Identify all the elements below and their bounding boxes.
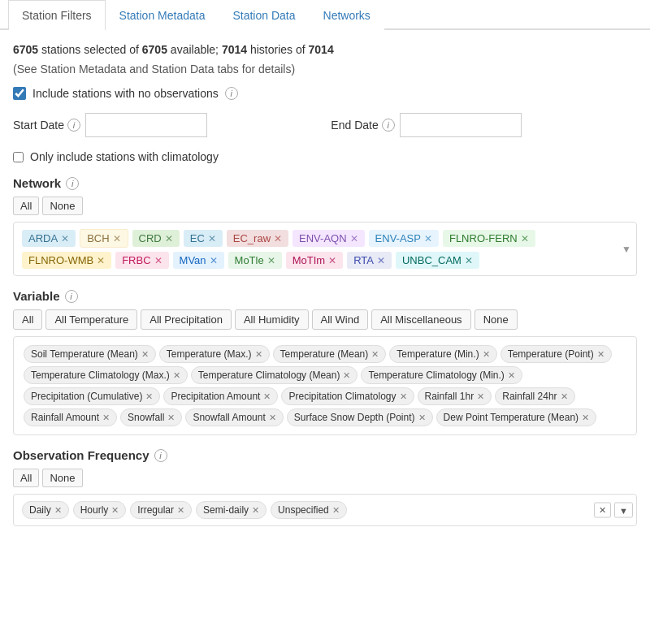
freq-scroll-button[interactable]: ▼ <box>614 503 633 518</box>
variable-preset-row: AllAll TemperatureAll PrecipitationAll H… <box>13 309 637 330</box>
network-tag-label-bch: BCH <box>87 232 109 244</box>
variable-tag-remove-temperature--mean-[interactable]: ✕ <box>371 349 379 360</box>
variable-preset-all-wind[interactable]: All Wind <box>312 309 369 330</box>
only-climatology-row: Only include stations with climatology <box>13 150 637 163</box>
end-date-info-icon: i <box>382 119 395 132</box>
variable-preset-all-misc[interactable]: All Miscellaneous <box>371 309 470 330</box>
network-tag-env-aqn: ENV-AQN ✕ <box>292 230 365 247</box>
network-none-button[interactable]: None <box>42 197 82 215</box>
freq-tag-remove-semi-daily[interactable]: ✕ <box>252 505 259 516</box>
start-date-label: Start Date i <box>13 119 80 132</box>
network-tag-label-env-aqn: ENV-AQN <box>299 232 347 244</box>
variable-tag-remove-rainfall-24hr[interactable]: ✕ <box>561 391 568 402</box>
main-content: 6705 stations selected of 6705 available… <box>0 30 650 549</box>
variable-tag-remove-soil-temperature--mean-[interactable]: ✕ <box>141 349 149 360</box>
obs-frequency-tags-box: Daily ✕Hourly ✕Irregular ✕Semi-daily ✕Un… <box>13 494 637 526</box>
network-tag-remove-motle[interactable]: ✕ <box>267 256 275 266</box>
variable-tag-remove-temperature--point-[interactable]: ✕ <box>597 349 604 360</box>
obs-frequency-all-button[interactable]: All <box>13 469 39 487</box>
variable-tag-label-dew-point-temperature--mean-: Dew Point Temperature (Mean) <box>444 412 579 423</box>
network-tag-remove-mvan[interactable]: ✕ <box>210 256 218 266</box>
end-date-input[interactable] <box>400 113 522 137</box>
tab-station-filters[interactable]: Station Filters <box>8 0 106 30</box>
summary-text-3: histories of <box>250 43 309 56</box>
variable-tag-rainfall-1hr: Rainfall 1hr ✕ <box>418 387 492 405</box>
network-tag-remove-ec[interactable]: ✕ <box>208 234 216 244</box>
variable-tag-remove-temperature--max--[interactable]: ✕ <box>255 349 262 360</box>
selected-count: 6705 <box>13 43 38 56</box>
variable-tag-remove-precipitation--cumulative-[interactable]: ✕ <box>145 391 153 402</box>
variable-tag-remove-temperature--min--[interactable]: ✕ <box>483 349 490 360</box>
network-tag-remove-unbc-cam[interactable]: ✕ <box>465 256 473 266</box>
network-tag-remove-crd[interactable]: ✕ <box>165 234 173 244</box>
freq-tag-label-hourly: Hourly <box>80 504 109 516</box>
variable-tag-remove-temperature-climatology--max--[interactable]: ✕ <box>173 370 180 381</box>
variable-preset-all[interactable]: All <box>13 309 42 330</box>
freq-tag-label-semi-daily: Semi-daily <box>203 504 249 516</box>
variable-tag-remove-snowfall[interactable]: ✕ <box>167 413 175 423</box>
variable-tag-remove-rainfall-1hr[interactable]: ✕ <box>477 391 484 402</box>
network-tag-label-motlm: MoTIm <box>292 254 325 266</box>
network-tag-env-asp: ENV-ASP ✕ <box>369 230 439 247</box>
network-tag-remove-env-asp[interactable]: ✕ <box>424 234 432 244</box>
obs-frequency-section-label: Observation Frequency i <box>13 448 637 462</box>
end-date-text: End Date <box>331 119 378 132</box>
variable-tag-label-rainfall-24hr: Rainfall 24hr <box>502 391 557 402</box>
start-date-group: Start Date i <box>13 113 207 137</box>
freq-tag-remove-irregular[interactable]: ✕ <box>177 505 184 516</box>
end-date-group: End Date i <box>331 113 521 137</box>
network-tag-remove-ec-raw[interactable]: ✕ <box>274 234 282 244</box>
freq-tag-unspecified: Unspecified ✕ <box>271 501 347 519</box>
variable-preset-all-temp[interactable]: All Temperature <box>46 309 137 330</box>
variable-tag-surface-snow-depth--point-: Surface Snow Depth (Point) ✕ <box>287 408 433 426</box>
tab-networks[interactable]: Networks <box>310 0 384 30</box>
variable-tag-remove-surface-snow-depth--point-[interactable]: ✕ <box>418 413 426 423</box>
variable-tag-remove-precipitation-amount[interactable]: ✕ <box>263 391 271 402</box>
variable-preset-all-precip[interactable]: All Precipitation <box>141 309 232 330</box>
network-tag-bch: BCH ✕ <box>80 229 128 248</box>
network-tag-crd: CRD ✕ <box>132 230 180 247</box>
freq-tag-semi-daily: Semi-daily ✕ <box>196 501 266 519</box>
network-tag-remove-flnro-wmb[interactable]: ✕ <box>97 256 105 266</box>
only-climatology-label: Only include stations with climatology <box>30 150 219 163</box>
variable-tag-remove-temperature-climatology--mean-[interactable]: ✕ <box>343 370 350 381</box>
freq-tag-remove-unspecified[interactable]: ✕ <box>332 505 340 516</box>
tab-station-metadata[interactable]: Station Metadata <box>106 0 219 30</box>
variable-tag-remove-rainfall-amount[interactable]: ✕ <box>102 413 110 423</box>
variable-tag-remove-dew-point-temperature--mean-[interactable]: ✕ <box>582 413 589 423</box>
network-tag-remove-bch[interactable]: ✕ <box>113 234 121 244</box>
freq-clear-button[interactable]: ✕ <box>594 503 611 518</box>
include-no-obs-checkbox[interactable] <box>13 87 26 100</box>
freq-tag-remove-daily[interactable]: ✕ <box>54 505 62 516</box>
network-tag-arda: ARDA ✕ <box>22 230 76 247</box>
variable-preset-all-humidity[interactable]: All Humidity <box>235 309 309 330</box>
variable-tag-remove-snowfall-amount[interactable]: ✕ <box>269 413 276 423</box>
network-tag-remove-frbc[interactable]: ✕ <box>154 256 162 266</box>
freq-tag-remove-hourly[interactable]: ✕ <box>111 505 119 516</box>
start-date-text: Start Date <box>13 119 64 132</box>
start-date-input[interactable] <box>85 113 207 137</box>
only-climatology-checkbox[interactable] <box>13 152 24 162</box>
summary-note: (See Station Metadata and Station Data t… <box>13 63 637 76</box>
network-tag-ec-raw: EC_raw ✕ <box>227 230 288 247</box>
summary-line-1: 6705 stations selected of 6705 available… <box>13 43 637 56</box>
variable-tag-remove-temperature-climatology--min--[interactable]: ✕ <box>508 370 515 381</box>
variable-tag-remove-precipitation-climatology[interactable]: ✕ <box>400 391 407 402</box>
network-tag-remove-flnro-fern[interactable]: ✕ <box>521 234 529 244</box>
network-tag-label-flnro-wmb: FLNRO-WMB <box>28 254 93 266</box>
variable-preset-none[interactable]: None <box>474 309 518 330</box>
network-tag-motlm: MoTIm ✕ <box>286 252 343 269</box>
variable-tag-temperature-climatology--min--: Temperature Climatology (Min.) ✕ <box>361 366 522 384</box>
network-tag-remove-arda[interactable]: ✕ <box>61 234 69 244</box>
histories-count: 7014 <box>222 43 247 56</box>
network-tag-remove-rta[interactable]: ✕ <box>377 256 385 266</box>
variable-tags-box[interactable]: Soil Temperature (Mean) ✕Temperature (Ma… <box>13 336 637 435</box>
network-tags-row: ARDA ✕BCH ✕CRD ✕EC ✕EC_raw ✕ENV-AQN ✕ENV… <box>22 229 628 269</box>
network-tag-remove-env-aqn[interactable]: ✕ <box>350 234 358 244</box>
obs-frequency-none-button[interactable]: None <box>42 469 82 487</box>
freq-tag-daily: Daily ✕ <box>22 501 69 519</box>
network-tag-remove-motlm[interactable]: ✕ <box>328 256 336 266</box>
network-all-button[interactable]: All <box>13 197 39 215</box>
network-scroll-arrow[interactable]: ▼ <box>622 244 631 255</box>
tab-station-data[interactable]: Station Data <box>219 0 309 30</box>
